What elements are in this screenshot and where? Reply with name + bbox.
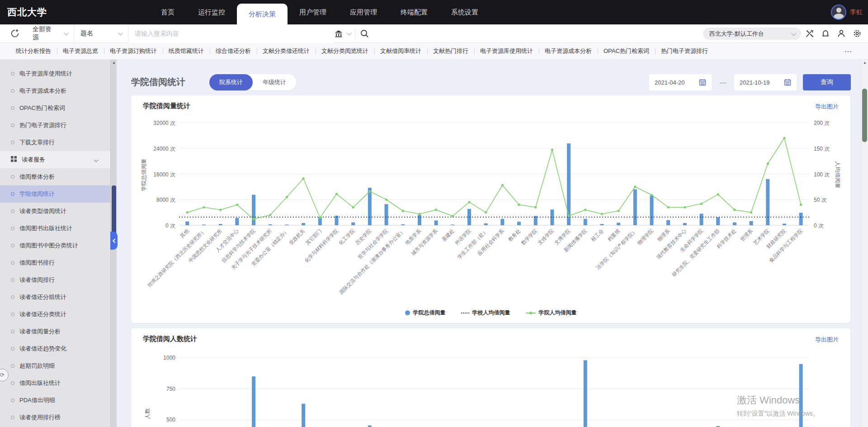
borrow-volume-card: 学院借阅量统计 导出图片 其他丝绸之路研究院（西北历史研究所）中国思想文化研究所… bbox=[131, 95, 850, 323]
right-axis-title: 人均借阅量 bbox=[834, 152, 841, 198]
x-axis-label: 其他 bbox=[179, 228, 190, 239]
x-axis-label: 化工学院 bbox=[337, 228, 355, 246]
tab-统计分析报告[interactable]: 统计分析报告 bbox=[10, 47, 57, 55]
nav-item-应用管理[interactable]: 应用管理 bbox=[338, 0, 389, 24]
sidebar-item-读者借还趋势变化[interactable]: 读者借还趋势变化 bbox=[0, 340, 110, 357]
sidebar-item-借阅图书排行[interactable]: 借阅图书排行 bbox=[0, 254, 110, 271]
page-scrollbar[interactable]: ▲ bbox=[861, 60, 868, 427]
tab-综合借还分析[interactable]: 综合借还分析 bbox=[210, 47, 257, 55]
nav-item-系统设置[interactable]: 系统设置 bbox=[439, 0, 490, 24]
chart1-export-link[interactable]: 导出图片 bbox=[815, 103, 839, 111]
bell-icon[interactable] bbox=[821, 29, 830, 38]
sidebar-item-读者借阅量分析[interactable]: 读者借阅量分析 bbox=[0, 323, 110, 340]
toggle-department-stats[interactable]: 院系统计 bbox=[209, 74, 253, 90]
sidebar-item-label: 借阅图书出版社统计 bbox=[19, 224, 72, 232]
bar bbox=[666, 220, 670, 225]
bar bbox=[517, 222, 521, 225]
sidebar-item-读者借还分类统计[interactable]: 读者借还分类统计 bbox=[0, 306, 110, 323]
chart1-svg: 其他丝绸之路研究院（西北历史研究所）中国思想文化研究所人才交流中心信息科学与技术… bbox=[131, 114, 850, 324]
bar bbox=[385, 204, 388, 225]
sidebar-item-下载文章排行[interactable]: 下载文章排行 bbox=[0, 134, 110, 151]
toggle-grade-stats[interactable]: 年级统计 bbox=[253, 74, 296, 90]
chevron-left-icon bbox=[112, 238, 117, 243]
scroll-up-icon[interactable]: ▲ bbox=[861, 61, 868, 65]
date-from-picker[interactable]: 2021-04-20 bbox=[649, 74, 712, 90]
x-axis-label: 文传学院 bbox=[537, 228, 555, 246]
bar bbox=[700, 214, 703, 225]
sidebar-item-label: 热门电子资源排行 bbox=[19, 121, 66, 129]
chart2-export-link[interactable]: 导出图片 bbox=[815, 336, 839, 344]
sidebar-item-学院借阅统计[interactable]: 学院借阅统计 bbox=[0, 185, 110, 203]
sidebar-item-电子资源成本分析[interactable]: 电子资源成本分析 bbox=[0, 82, 110, 100]
sidebar-item-热门电子资源排行[interactable]: 热门电子资源排行 bbox=[0, 117, 110, 134]
sidebar-scrollbar-thumb[interactable] bbox=[112, 185, 116, 235]
sidebar-item-读者借还分组统计[interactable]: 读者借还分组统计 bbox=[0, 289, 110, 306]
tab-电子资源总览[interactable]: 电子资源总览 bbox=[57, 47, 104, 55]
scroll-up-icon[interactable]: ▲ bbox=[111, 61, 117, 65]
tab-OPAC热门检索词[interactable]: OPAC热门检索词 bbox=[598, 47, 655, 55]
bullet-icon bbox=[11, 106, 14, 110]
workspace-select[interactable]: 西北大学-默认工作台 bbox=[703, 28, 801, 40]
borrow-volume-chart: 其他丝绸之路研究院（西北历史研究所）中国思想文化研究所人才交流中心信息科学与技术… bbox=[131, 114, 850, 324]
left-axis-title: 学院总借阅量 bbox=[140, 152, 148, 198]
sidebar-item-借阅图书出版社统计[interactable]: 借阅图书出版社统计 bbox=[0, 220, 110, 237]
nav-item-首页[interactable]: 首页 bbox=[149, 0, 186, 24]
sidebar-item-label: 读者借阅排行 bbox=[19, 276, 55, 284]
bullet-icon bbox=[11, 244, 14, 247]
bar bbox=[302, 404, 305, 427]
sidebar-item-label: PDA借出明细 bbox=[19, 396, 55, 404]
tab-电子资源成本分析[interactable]: 电子资源成本分析 bbox=[539, 47, 598, 55]
date-to-picker[interactable]: 2021-10-19 bbox=[734, 74, 797, 90]
sidebar-item-超期罚款明细[interactable]: 超期罚款明细 bbox=[0, 357, 110, 375]
sidebar-item-PDA借出明细[interactable]: PDA借出明细 bbox=[0, 392, 110, 409]
sidebar-item-读者借阅排行[interactable]: 读者借阅排行 bbox=[0, 271, 110, 289]
sidebar-item-电子资源库使用统计[interactable]: 电子资源库使用统计 bbox=[0, 65, 110, 82]
user-area[interactable]: 李虹 bbox=[831, 0, 863, 24]
tab-文献热门排行[interactable]: 文献热门排行 bbox=[427, 47, 474, 55]
tab-文献借阅率统计[interactable]: 文献借阅率统计 bbox=[374, 47, 427, 55]
sidebar-collapse-handle[interactable] bbox=[110, 232, 118, 250]
tools-icon[interactable] bbox=[805, 29, 814, 38]
nav-item-分析决策[interactable]: 分析决策 bbox=[237, 4, 288, 24]
library-building-icon[interactable] bbox=[334, 29, 343, 38]
tab-文献分类阅览统计[interactable]: 文献分类阅览统计 bbox=[316, 47, 374, 55]
page-scrollbar-thumb[interactable] bbox=[862, 89, 867, 142]
field-select[interactable]: 题名 bbox=[74, 24, 128, 43]
sidebar-group-读者服务[interactable]: 读者服务 bbox=[0, 151, 110, 168]
sidebar-item-借阅出版社统计[interactable]: 借阅出版社统计 bbox=[0, 375, 110, 392]
sidebar: 电子资源库使用统计电子资源成本分析OPAC热门检索词热门电子资源排行下载文章排行… bbox=[0, 60, 117, 427]
nav-item-运行监控[interactable]: 运行监控 bbox=[186, 0, 237, 24]
search-input[interactable] bbox=[128, 24, 334, 43]
sidebar-item-读者类型借阅统计[interactable]: 读者类型借阅统计 bbox=[0, 203, 110, 220]
main-nav: 首页运行监控分析决策用户管理应用管理终端配置系统设置 bbox=[149, 0, 490, 24]
tab-热门电子资源排行[interactable]: 热门电子资源排行 bbox=[655, 47, 714, 55]
sidebar-item-借阅图书中图分类统计[interactable]: 借阅图书中图分类统计 bbox=[0, 237, 110, 254]
tab-电子资源库使用统计[interactable]: 电子资源库使用统计 bbox=[474, 47, 539, 55]
chevron-down-icon[interactable] bbox=[347, 30, 352, 35]
more-tabs-icon[interactable]: … bbox=[844, 45, 853, 54]
query-button[interactable]: 查询 bbox=[803, 74, 851, 90]
left-axis-tick: 8000 次 bbox=[137, 196, 175, 204]
tab-文献分类借还统计[interactable]: 文献分类借还统计 bbox=[257, 47, 316, 55]
tab-纸质馆藏统计[interactable]: 纸质馆藏统计 bbox=[163, 47, 210, 55]
legend-item-学院人均借阅量[interactable]: 学院人均借阅量 bbox=[526, 309, 577, 317]
user-name[interactable]: 李虹 bbox=[850, 8, 863, 16]
avatar[interactable] bbox=[831, 5, 846, 20]
nav-item-终端配置[interactable]: 终端配置 bbox=[389, 0, 439, 24]
legend-item-学校人均借阅量[interactable]: 学校人均借阅量 bbox=[461, 309, 510, 317]
bar bbox=[733, 223, 736, 225]
tab-电子资源订购统计[interactable]: 电子资源订购统计 bbox=[104, 47, 163, 55]
sidebar-item-OPAC热门检索词[interactable]: OPAC热门检索词 bbox=[0, 100, 110, 117]
user-icon[interactable] bbox=[837, 29, 846, 38]
bar bbox=[368, 188, 372, 225]
gear-icon[interactable] bbox=[853, 29, 862, 38]
legend-item-学院总借阅量[interactable]: 学院总借阅量 bbox=[405, 309, 446, 317]
sidebar-item-读者使用排行榜[interactable]: 读者使用排行榜 bbox=[0, 409, 110, 426]
sidebar-item-借阅整体分析[interactable]: 借阅整体分析 bbox=[0, 168, 110, 185]
nav-item-用户管理[interactable]: 用户管理 bbox=[288, 0, 338, 24]
x-axis-label: 食品科学与工程学院 bbox=[768, 228, 803, 263]
sidebar-item-label: 电子资源成本分析 bbox=[19, 87, 66, 95]
search-icon[interactable] bbox=[360, 29, 369, 38]
discovery-icon[interactable] bbox=[10, 28, 20, 38]
resource-select[interactable]: 全部资源 bbox=[26, 24, 74, 43]
